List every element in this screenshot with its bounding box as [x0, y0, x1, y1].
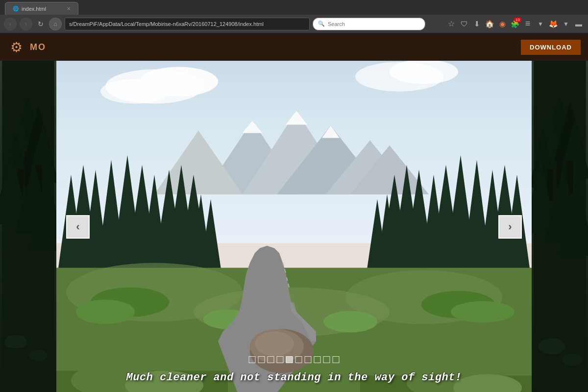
extensions-badge-icon[interactable]: 🧩 10 — [510, 19, 520, 29]
left-forest — [0, 61, 56, 392]
carousel-prev-button[interactable]: ‹ — [66, 215, 90, 239]
svg-point-78 — [323, 311, 377, 333]
refresh-button[interactable]: ↻ — [35, 19, 46, 29]
indicator-10[interactable] — [333, 356, 340, 363]
indicator-7[interactable] — [305, 356, 312, 363]
app-header: ⚙ MO DOWNLOAD — [0, 34, 588, 61]
back-button[interactable]: ‹ — [4, 18, 17, 30]
indicator-4[interactable] — [277, 356, 284, 363]
browser-chrome: 🌐 index.html × ‹ › ↻ ⌂ s/DreamPiF/AppDat… — [0, 0, 588, 34]
indicator-9[interactable] — [323, 356, 330, 363]
url-text: s/DreamPiF/AppData/Local/Temp/Mobirise-n… — [69, 21, 264, 27]
url-bar[interactable]: s/DreamPiF/AppData/Local/Temp/Mobirise-n… — [65, 18, 310, 30]
gear-icon: ⚙ — [7, 39, 25, 56]
svg-point-76 — [451, 301, 514, 323]
indicator-6[interactable] — [295, 356, 302, 363]
menu-button[interactable]: ≡ — [522, 19, 533, 29]
svg-point-13 — [4, 335, 27, 349]
carousel-container: ‹ › Much cleaner and not sta — [56, 61, 532, 392]
indicator-1[interactable] — [249, 356, 256, 363]
next-icon: › — [508, 220, 512, 233]
extra-chevron-icon[interactable]: ▼ — [561, 19, 571, 29]
svg-point-29 — [563, 354, 583, 366]
browser-tab[interactable]: 🌐 index.html × — [5, 2, 78, 15]
side-panel-right — [532, 61, 588, 392]
main-content: ⚙ MO DOWNLOAD — [0, 34, 588, 392]
browser-tabs: 🌐 index.html × — [0, 0, 588, 15]
carousel-image: ‹ › Much cleaner and not sta — [56, 61, 532, 392]
svg-point-33 — [100, 79, 169, 104]
house-icon[interactable]: 🏠 — [484, 19, 495, 29]
svg-point-74 — [76, 300, 135, 324]
side-panel-left — [0, 61, 56, 392]
indicator-3[interactable] — [268, 356, 274, 363]
svg-point-85 — [255, 332, 294, 356]
right-forest — [532, 61, 588, 392]
landscape-scene — [56, 61, 532, 392]
carousel-next-button[interactable]: › — [498, 215, 522, 239]
search-bar[interactable]: 🔍 — [313, 18, 425, 30]
addon-icon[interactable]: 🦊 — [548, 19, 559, 29]
indicator-2[interactable] — [258, 356, 265, 363]
caption-bar: Much cleaner and not standing in the way… — [56, 368, 532, 388]
home-button[interactable]: ⌂ — [49, 18, 62, 30]
home-icon: ⌂ — [53, 21, 57, 27]
app-logo: ⚙ MO — [7, 39, 46, 56]
indicator-8[interactable] — [314, 356, 321, 363]
svg-point-14 — [29, 350, 48, 361]
tab-close-icon[interactable]: × — [67, 5, 71, 12]
toolbar-icons: ☆ 🛡 ⬇ 🏠 ◉ 🧩 10 — [446, 19, 584, 29]
bar-icon[interactable]: ▬ — [573, 19, 584, 29]
search-icon: 🔍 — [318, 21, 325, 27]
download-button[interactable]: DOWNLOAD — [521, 40, 581, 55]
forward-button[interactable]: › — [20, 18, 32, 30]
svg-point-28 — [539, 338, 565, 354]
chevron-down-icon[interactable]: ▼ — [535, 19, 546, 29]
app-title: MO — [30, 42, 46, 52]
shield-icon[interactable]: 🛡 — [459, 19, 469, 29]
back-icon: ‹ — [9, 21, 11, 27]
indicator-5[interactable] — [286, 356, 293, 363]
download-icon[interactable]: ⬇ — [471, 19, 482, 29]
caption-text: Much cleaner and not standing in the way… — [126, 371, 462, 384]
tab-favicon: 🌐 — [13, 6, 19, 11]
extensions-badge: 10 — [514, 18, 521, 22]
refresh-icon: ↻ — [38, 20, 44, 28]
forward-icon: › — [25, 21, 27, 27]
tab-title: index.html — [22, 6, 60, 12]
search-input[interactable] — [328, 21, 420, 27]
browser-toolbar: ‹ › ↻ ⌂ s/DreamPiF/AppData/Local/Temp/Mo… — [0, 15, 588, 33]
slide-indicators — [249, 356, 340, 363]
extension-icon[interactable]: ◉ — [497, 19, 508, 29]
bookmark-icon[interactable]: ☆ — [446, 19, 457, 29]
gear-symbol: ⚙ — [10, 39, 23, 55]
prev-icon: ‹ — [76, 220, 79, 233]
